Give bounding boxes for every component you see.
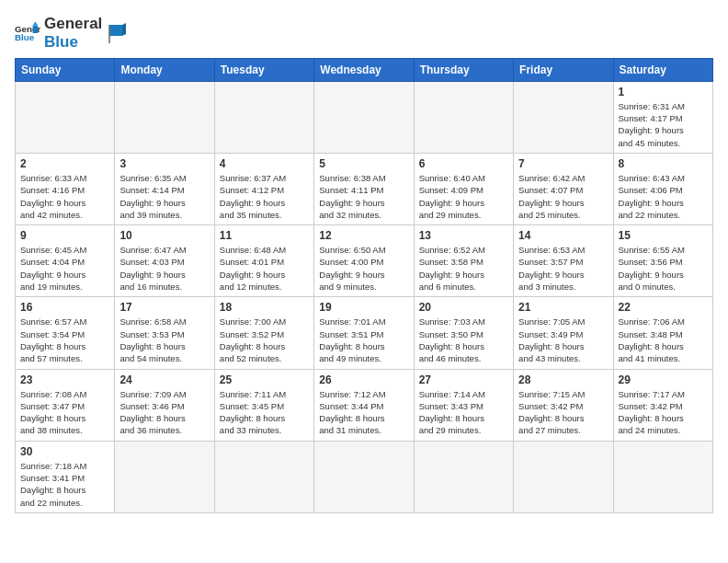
calendar-week-1: 1Sunrise: 6:31 AM Sunset: 4:17 PM Daylig… — [16, 81, 713, 153]
day-info: Sunrise: 6:42 AM Sunset: 4:07 PM Dayligh… — [518, 172, 608, 221]
day-number: 24 — [119, 373, 209, 386]
calendar-cell: 13Sunrise: 6:52 AM Sunset: 3:58 PM Dayli… — [414, 225, 513, 297]
day-number: 20 — [419, 301, 508, 314]
day-number: 10 — [119, 229, 209, 242]
day-number: 25 — [220, 373, 309, 386]
day-info: Sunrise: 6:55 AM Sunset: 3:56 PM Dayligh… — [619, 244, 708, 293]
calendar-cell: 28Sunrise: 7:15 AM Sunset: 3:42 PM Dayli… — [514, 369, 613, 441]
day-info: Sunrise: 7:06 AM Sunset: 3:48 PM Dayligh… — [619, 316, 708, 364]
weekday-header-sunday: Sunday — [16, 58, 115, 81]
day-info: Sunrise: 7:05 AM Sunset: 3:49 PM Dayligh… — [518, 316, 608, 364]
calendar-cell — [514, 441, 613, 512]
calendar-cell: 2Sunrise: 6:33 AM Sunset: 4:16 PM Daylig… — [16, 153, 115, 224]
day-number: 18 — [220, 301, 309, 314]
calendar-cell: 19Sunrise: 7:01 AM Sunset: 3:51 PM Dayli… — [314, 297, 414, 369]
calendar-cell: 23Sunrise: 7:08 AM Sunset: 3:47 PM Dayli… — [16, 369, 115, 441]
calendar-cell — [214, 81, 313, 153]
day-info: Sunrise: 7:00 AM Sunset: 3:52 PM Dayligh… — [220, 316, 309, 364]
day-number: 26 — [319, 373, 408, 386]
logo-flag-icon — [106, 23, 126, 43]
day-info: Sunrise: 6:53 AM Sunset: 3:57 PM Dayligh… — [518, 244, 608, 293]
day-info: Sunrise: 6:47 AM Sunset: 4:03 PM Dayligh… — [119, 244, 209, 293]
svg-marker-4 — [109, 25, 122, 36]
calendar-cell — [613, 441, 712, 512]
logo-general: General — [44, 15, 102, 33]
day-number: 22 — [619, 301, 708, 314]
day-info: Sunrise: 7:14 AM Sunset: 3:43 PM Dayligh… — [419, 388, 508, 437]
calendar-cell — [514, 81, 613, 153]
day-number: 30 — [20, 445, 109, 458]
day-number: 4 — [220, 157, 309, 170]
day-number: 16 — [20, 301, 109, 314]
calendar-week-2: 2Sunrise: 6:33 AM Sunset: 4:16 PM Daylig… — [16, 153, 713, 224]
day-number: 8 — [619, 157, 708, 170]
day-info: Sunrise: 6:45 AM Sunset: 4:04 PM Dayligh… — [20, 244, 109, 293]
calendar-cell: 8Sunrise: 6:43 AM Sunset: 4:06 PM Daylig… — [613, 153, 712, 224]
calendar-cell — [414, 441, 513, 512]
day-info: Sunrise: 6:37 AM Sunset: 4:12 PM Dayligh… — [220, 172, 309, 221]
calendar-cell — [115, 81, 214, 153]
logo: General Blue General Blue — [15, 15, 126, 52]
day-info: Sunrise: 7:08 AM Sunset: 3:47 PM Dayligh… — [20, 388, 109, 437]
day-number: 23 — [20, 373, 109, 386]
calendar-cell: 9Sunrise: 6:45 AM Sunset: 4:04 PM Daylig… — [16, 225, 115, 297]
day-info: Sunrise: 7:18 AM Sunset: 3:41 PM Dayligh… — [20, 460, 109, 509]
svg-text:Blue: Blue — [15, 33, 35, 43]
calendar-cell: 5Sunrise: 6:38 AM Sunset: 4:11 PM Daylig… — [314, 153, 414, 224]
day-number: 17 — [119, 301, 209, 314]
weekday-header-row: SundayMondayTuesdayWednesdayThursdayFrid… — [16, 58, 713, 81]
day-info: Sunrise: 7:12 AM Sunset: 3:44 PM Dayligh… — [319, 388, 408, 437]
calendar-week-3: 9Sunrise: 6:45 AM Sunset: 4:04 PM Daylig… — [16, 225, 713, 297]
calendar-cell: 3Sunrise: 6:35 AM Sunset: 4:14 PM Daylig… — [115, 153, 214, 224]
svg-marker-5 — [122, 23, 126, 36]
day-number: 12 — [319, 229, 408, 242]
day-info: Sunrise: 6:38 AM Sunset: 4:11 PM Dayligh… — [319, 172, 408, 221]
calendar-cell: 4Sunrise: 6:37 AM Sunset: 4:12 PM Daylig… — [214, 153, 313, 224]
day-number: 28 — [518, 373, 608, 386]
day-number: 5 — [319, 157, 408, 170]
calendar-cell: 29Sunrise: 7:17 AM Sunset: 3:42 PM Dayli… — [613, 369, 712, 441]
weekday-header-friday: Friday — [514, 58, 613, 81]
day-info: Sunrise: 6:58 AM Sunset: 3:53 PM Dayligh… — [119, 316, 209, 364]
day-info: Sunrise: 6:33 AM Sunset: 4:16 PM Dayligh… — [20, 172, 109, 221]
page-header: General Blue General Blue — [15, 15, 713, 52]
weekday-header-saturday: Saturday — [613, 58, 712, 81]
calendar-cell: 1Sunrise: 6:31 AM Sunset: 4:17 PM Daylig… — [613, 81, 712, 153]
calendar-cell: 10Sunrise: 6:47 AM Sunset: 4:03 PM Dayli… — [115, 225, 214, 297]
day-info: Sunrise: 6:52 AM Sunset: 3:58 PM Dayligh… — [419, 244, 508, 293]
calendar-week-5: 23Sunrise: 7:08 AM Sunset: 3:47 PM Dayli… — [16, 369, 713, 441]
calendar-cell: 14Sunrise: 6:53 AM Sunset: 3:57 PM Dayli… — [514, 225, 613, 297]
svg-marker-2 — [33, 26, 39, 33]
calendar-cell: 24Sunrise: 7:09 AM Sunset: 3:46 PM Dayli… — [115, 369, 214, 441]
day-info: Sunrise: 7:01 AM Sunset: 3:51 PM Dayligh… — [319, 316, 408, 364]
calendar-week-4: 16Sunrise: 6:57 AM Sunset: 3:54 PM Dayli… — [16, 297, 713, 369]
calendar-cell: 26Sunrise: 7:12 AM Sunset: 3:44 PM Dayli… — [314, 369, 414, 441]
day-info: Sunrise: 6:57 AM Sunset: 3:54 PM Dayligh… — [20, 316, 109, 364]
calendar-table: SundayMondayTuesdayWednesdayThursdayFrid… — [15, 58, 713, 513]
calendar-cell: 6Sunrise: 6:40 AM Sunset: 4:09 PM Daylig… — [414, 153, 513, 224]
day-number: 7 — [518, 157, 608, 170]
day-number: 6 — [419, 157, 508, 170]
calendar-cell — [314, 441, 414, 512]
logo-icon: General Blue — [15, 20, 40, 46]
day-info: Sunrise: 7:09 AM Sunset: 3:46 PM Dayligh… — [119, 388, 209, 437]
calendar-cell: 22Sunrise: 7:06 AM Sunset: 3:48 PM Dayli… — [613, 297, 712, 369]
calendar-cell: 27Sunrise: 7:14 AM Sunset: 3:43 PM Dayli… — [414, 369, 513, 441]
calendar-cell — [16, 81, 115, 153]
calendar-cell: 30Sunrise: 7:18 AM Sunset: 3:41 PM Dayli… — [16, 441, 115, 512]
day-number: 3 — [119, 157, 209, 170]
logo-blue: Blue — [44, 33, 102, 52]
day-info: Sunrise: 7:17 AM Sunset: 3:42 PM Dayligh… — [619, 388, 708, 437]
calendar-cell — [115, 441, 214, 512]
day-number: 9 — [20, 229, 109, 242]
calendar-cell: 12Sunrise: 6:50 AM Sunset: 4:00 PM Dayli… — [314, 225, 414, 297]
day-info: Sunrise: 7:15 AM Sunset: 3:42 PM Dayligh… — [518, 388, 608, 437]
day-number: 2 — [20, 157, 109, 170]
day-number: 14 — [518, 229, 608, 242]
day-number: 29 — [619, 373, 708, 386]
day-info: Sunrise: 6:35 AM Sunset: 4:14 PM Dayligh… — [119, 172, 209, 221]
calendar-cell: 16Sunrise: 6:57 AM Sunset: 3:54 PM Dayli… — [16, 297, 115, 369]
day-info: Sunrise: 6:40 AM Sunset: 4:09 PM Dayligh… — [419, 172, 508, 221]
day-info: Sunrise: 6:50 AM Sunset: 4:00 PM Dayligh… — [319, 244, 408, 293]
day-number: 27 — [419, 373, 508, 386]
